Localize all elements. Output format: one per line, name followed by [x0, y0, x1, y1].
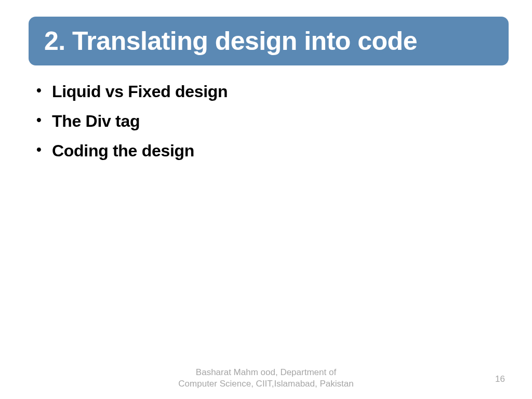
- slide-footer: Basharat Mahm ood, Department of Compute…: [0, 367, 532, 390]
- page-number-value: 16: [495, 374, 505, 384]
- footer-attribution: Basharat Mahm ood, Department of Compute…: [178, 367, 353, 390]
- footer-line-1: Basharat Mahm ood, Department of: [196, 367, 336, 377]
- bullet-text: The Div tag: [52, 112, 140, 130]
- bullet-text: Liquid vs Fixed design: [52, 82, 228, 101]
- bullet-list: Liquid vs Fixed design The Div tag Codin…: [31, 82, 532, 161]
- list-item: Liquid vs Fixed design: [31, 82, 532, 101]
- list-item: The Div tag: [31, 112, 532, 131]
- slide-title: 2. Translating design into code: [44, 26, 417, 56]
- slide-content: Liquid vs Fixed design The Div tag Codin…: [31, 82, 532, 161]
- list-item: Coding the design: [31, 141, 532, 161]
- bullet-text: Coding the design: [52, 141, 194, 160]
- footer-line-2: Computer Science, CIIT,Islamabad, Pakist…: [178, 379, 353, 389]
- page-number: 16: [495, 374, 505, 384]
- slide-title-banner: 2. Translating design into code: [29, 17, 509, 65]
